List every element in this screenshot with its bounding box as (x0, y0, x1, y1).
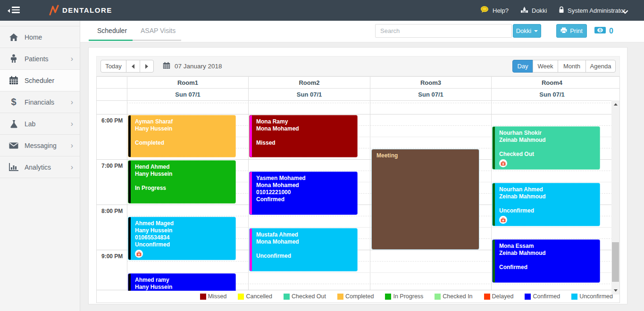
appointment-text: Mona RamyMona Mohamed Missed (250, 115, 357, 147)
legend-label: Confirmed (533, 293, 560, 300)
legend-label: Unconfirmed (579, 293, 613, 300)
appointment[interactable]: Mona RamyMona Mohamed Missed (249, 115, 358, 157)
sidebar-item-patients[interactable]: Patients › (0, 48, 80, 70)
sidebar-item-label: Scheduler (25, 77, 54, 84)
user-menu[interactable]: System Administrator (559, 0, 626, 21)
prev-day-button[interactable] (126, 60, 140, 73)
appointment[interactable]: Hend AhmedHany Hussein In Progress (128, 160, 236, 204)
chevron-right-icon: › (71, 55, 73, 63)
appointment[interactable]: Ahmed ramyHany Hussein (128, 273, 236, 291)
cash-counter[interactable]: 0 0 (594, 26, 613, 36)
room-column-header: Room4 (491, 77, 612, 89)
chevron-right-icon: › (71, 142, 73, 149)
next-day-button[interactable] (140, 60, 154, 73)
search-input[interactable] (375, 24, 512, 38)
appointment[interactable]: Nourhan AhmedZeinab Mahmoud Unconfirmed (492, 183, 600, 226)
appointment-text: Hend AhmedHany Hussein In Progress (128, 161, 235, 192)
sidebar-item-label: Home (25, 33, 42, 41)
scrollbar-thumb[interactable] (612, 242, 619, 282)
home-icon (8, 33, 20, 41)
day-column-header[interactable]: Sun 07/1 (491, 89, 612, 100)
appointment-text: Nourhan AhmedZeinab Mahmoud Unconfirmed (493, 183, 600, 224)
sidebar-item-messaging[interactable]: Messaging › (0, 135, 80, 156)
chat-bubble-icon (480, 6, 489, 15)
scroll-down-button[interactable] (611, 286, 619, 295)
clinic-menu[interactable]: Dokki (520, 0, 547, 21)
print-button[interactable]: Print (556, 24, 587, 38)
tabs-bar: Scheduler ASAP Visits Dokki Print 0 0 (80, 21, 644, 42)
help-menu[interactable]: Help? (480, 0, 509, 21)
sidebar-item-lab[interactable]: Lab › (0, 113, 80, 135)
room-column-header: Room2 (248, 77, 370, 89)
sidebar-item-scheduler[interactable]: Scheduler (0, 70, 80, 91)
sidebar-item-analytics[interactable]: Analytics › (0, 156, 80, 178)
triangle-up-icon (614, 103, 618, 106)
caret-down-icon (534, 30, 538, 32)
sidebar-item-financials[interactable]: $ Financials › (0, 91, 80, 113)
time-grid[interactable]: 6:00 PM7:00 PM8:00 PM9:00 PMAyman Sharaf… (97, 100, 619, 291)
brand-logo-icon (49, 5, 59, 18)
sidebar-item-label: Analytics (25, 164, 51, 171)
vertical-scrollbar[interactable] (611, 100, 619, 295)
chevron-right-icon: › (71, 98, 73, 106)
cash-counter-value: 0 (609, 27, 613, 35)
appointment-text: Mustafa AhmedMona Mohamed Unconfirmed (250, 229, 357, 260)
appointment-text: Mona EssamZeinab Mahmoud Confirmed (493, 240, 600, 271)
sidebar-item-home[interactable]: Home (0, 26, 80, 48)
calendar-icon (163, 62, 170, 71)
status-legend: MissedCancelledChecked OutCompletedIn Pr… (97, 290, 619, 303)
meeting-block[interactable]: Meeting (371, 149, 479, 250)
legend-color-swatch (525, 294, 531, 300)
user-menu-chevron-down-icon[interactable] (622, 8, 628, 16)
lock-icon (559, 6, 564, 15)
column-border (248, 101, 249, 291)
view-week-button[interactable]: Week (533, 60, 558, 73)
legend-color-swatch (435, 294, 441, 300)
appointment[interactable]: Yasmen MohamedMona Mohamed01012221000Con… (249, 172, 358, 215)
legend-label: Delayed (492, 293, 514, 300)
banknote-icon: 0 (594, 26, 606, 36)
scroll-up-button[interactable] (611, 100, 619, 108)
slot-line (97, 114, 619, 115)
appointment-text: Ayman SharafHany Hussein Completed (128, 115, 235, 147)
provider-color-stripe (128, 161, 131, 203)
appointment[interactable]: Nourhan ShokirZeinab Mahmoud Checked Out (492, 126, 600, 170)
legend-item: Cancelled (238, 293, 272, 300)
today-button[interactable]: Today (100, 60, 126, 73)
legend-item: Checked Out (284, 293, 326, 300)
time-axis-label: 6:00 PM (101, 117, 123, 124)
day-column-header[interactable]: Sun 07/1 (370, 89, 491, 100)
provider-color-stripe (250, 115, 252, 157)
view-agenda-button[interactable]: Agenda (585, 60, 616, 73)
svg-text:0: 0 (599, 28, 601, 33)
tab-asap-visits[interactable]: ASAP Visits (141, 27, 176, 34)
legend-color-swatch (484, 294, 490, 300)
appointment[interactable]: Mona EssamZeinab Mahmoud Confirmed (492, 239, 600, 283)
dollar-icon: $ (8, 97, 20, 107)
legend-label: Completed (345, 293, 374, 300)
view-day-button[interactable]: Day (512, 60, 533, 73)
tab-scheduler[interactable]: Scheduler (97, 27, 127, 34)
sidebar-collapse-icon[interactable] (8, 6, 22, 15)
provider-color-stripe (250, 172, 252, 214)
top-navbar: DENTALORE Help? Dokki System Administrat… (0, 0, 644, 21)
slot-line (127, 103, 619, 103)
appointment-text: Ahmed MagedHany Hussein01065534834Unconf… (128, 217, 235, 258)
arrow-left-icon (132, 64, 134, 69)
arrow-right-icon (145, 64, 148, 69)
printer-icon (560, 27, 567, 35)
calendar-toolbar: Today 07 January 2018 Day Week Month Age… (96, 56, 620, 76)
day-column-header[interactable]: Sun 07/1 (248, 89, 370, 100)
appointment[interactable]: Mustafa AhmedMona Mohamed Unconfirmed (249, 228, 358, 271)
legend-color-swatch (200, 294, 206, 300)
clinic-selector-button[interactable]: Dokki (513, 24, 541, 38)
appointment[interactable]: Ahmed MagedHany Hussein01065534834Unconf… (128, 217, 236, 260)
time-axis-label: 8:00 PM (101, 208, 123, 214)
legend-item: Confirmed (525, 293, 560, 300)
view-month-button[interactable]: Month (558, 60, 586, 73)
appointment-text: Nourhan ShokirZeinab Mahmoud Checked Out (493, 127, 600, 167)
provider-color-stripe (128, 115, 131, 157)
appointment-text: Meeting (372, 149, 479, 159)
appointment[interactable]: Ayman SharafHany Hussein Completed (128, 115, 236, 157)
day-column-header[interactable]: Sun 07/1 (127, 89, 248, 100)
